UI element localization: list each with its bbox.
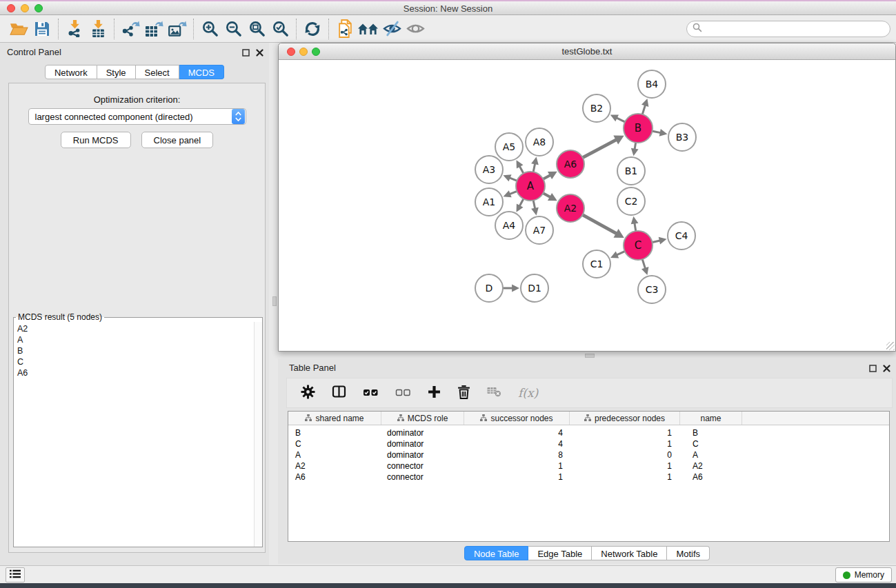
- table-cell: 0: [570, 449, 680, 460]
- graph-node-C3[interactable]: [638, 276, 666, 303]
- table-cell: 8: [464, 449, 570, 460]
- result-item[interactable]: C: [14, 356, 253, 367]
- close-panel-icon[interactable]: [883, 363, 890, 375]
- horizontal-splitter-handle[interactable]: [585, 354, 595, 358]
- task-history-button[interactable]: [6, 567, 25, 582]
- table-cell: C: [288, 438, 381, 449]
- zoom-selected-icon[interactable]: [268, 18, 292, 40]
- result-item[interactable]: A2: [14, 323, 253, 334]
- graph-node-D1[interactable]: [521, 274, 548, 302]
- graph-node-B3[interactable]: [668, 123, 696, 151]
- graph-node-A7[interactable]: [526, 216, 553, 244]
- graph-node-C1[interactable]: [583, 250, 610, 278]
- control-panel-tabs: NetworkStyleSelectMCDS: [0, 65, 269, 79]
- vertical-splitter-handle[interactable]: [272, 296, 277, 306]
- eye-icon[interactable]: [404, 18, 427, 40]
- column-header-mcds-role[interactable]: MCDS role: [381, 412, 464, 425]
- column-header-successor-nodes[interactable]: successor nodes: [464, 412, 570, 425]
- graph-node-A5[interactable]: [495, 133, 523, 161]
- save-session-icon[interactable]: [30, 18, 54, 40]
- tab-style[interactable]: Style: [97, 65, 136, 79]
- table-row[interactable]: Bdominator41B: [288, 427, 889, 438]
- zoom-in-icon[interactable]: [198, 18, 221, 40]
- graph-node-C4[interactable]: [668, 222, 695, 250]
- export-table-icon[interactable]: [142, 18, 166, 40]
- tab-node-table[interactable]: Node Table: [464, 546, 529, 560]
- table-row[interactable]: Adominator80A: [288, 449, 889, 460]
- tab-mcds[interactable]: MCDS: [179, 65, 224, 79]
- float-panel-icon[interactable]: [869, 363, 877, 375]
- export-network-icon[interactable]: [119, 18, 142, 40]
- graph-node-A1[interactable]: [475, 188, 503, 216]
- result-item[interactable]: A6: [14, 367, 253, 378]
- table-settings-gear-icon[interactable]: [301, 385, 315, 402]
- graph-node-C2[interactable]: [617, 187, 645, 215]
- graph-node-A6[interactable]: [557, 150, 584, 178]
- home-views-icon[interactable]: [357, 18, 380, 40]
- column-header-shared-name[interactable]: shared name: [288, 412, 381, 425]
- export-image-icon[interactable]: [166, 18, 189, 40]
- graph-node-B[interactable]: [624, 114, 653, 143]
- graph-edge-A-A7: [533, 200, 535, 209]
- graph-node-B1[interactable]: [617, 157, 645, 185]
- criterion-select[interactable]: largest connected component (directed): [28, 108, 246, 125]
- close-panel-icon[interactable]: [256, 47, 263, 59]
- eye-slash-icon[interactable]: [380, 18, 404, 40]
- graph-arrowhead: [631, 216, 639, 225]
- table-row[interactable]: Cdominator41C: [288, 438, 889, 449]
- graph-node-D[interactable]: [475, 274, 503, 302]
- graph-arrowhead: [631, 148, 639, 156]
- table-toolbar: f(x): [286, 378, 893, 408]
- clone-network-icon[interactable]: [333, 18, 357, 40]
- graph-node-B2[interactable]: [583, 94, 610, 122]
- tab-edge-table[interactable]: Edge Table: [528, 546, 592, 560]
- memory-button[interactable]: Memory: [835, 567, 892, 582]
- column-type-icon: [397, 414, 404, 423]
- show-columns-icon[interactable]: [332, 385, 346, 401]
- run-mcds-button[interactable]: Run MCDS: [61, 132, 131, 148]
- memory-label: Memory: [855, 570, 884, 580]
- graph-node-A[interactable]: [516, 172, 545, 201]
- search-field[interactable]: [686, 21, 890, 37]
- float-panel-icon[interactable]: [242, 47, 250, 59]
- network-canvas[interactable]: B4B2BB3A8A5A6A3B1AA1C2A2A4A7C4CC1C3DD1: [279, 61, 895, 351]
- table-row[interactable]: A6connector11A6: [288, 472, 889, 483]
- tab-motifs[interactable]: Motifs: [667, 546, 710, 560]
- tab-select[interactable]: Select: [136, 65, 179, 79]
- deselect-all-columns-icon[interactable]: [395, 387, 411, 399]
- open-session-icon[interactable]: [7, 18, 30, 40]
- function-builder-icon: f(x): [518, 386, 538, 400]
- network-view-window: testGlobe.txt B4B2BB3A8A5A6A3B1AA1C2A2A4…: [278, 43, 896, 352]
- graph-node-A2[interactable]: [557, 194, 584, 222]
- graph-node-A4[interactable]: [495, 212, 523, 239]
- result-scrollbar[interactable]: [254, 322, 262, 547]
- graph-node-A8[interactable]: [526, 128, 553, 156]
- refresh-layout-icon[interactable]: [301, 18, 324, 40]
- tab-network[interactable]: Network: [45, 65, 97, 79]
- graph-node-A3[interactable]: [475, 156, 503, 183]
- table-cell: B: [288, 427, 381, 438]
- search-input[interactable]: [706, 24, 884, 34]
- delete-column-icon[interactable]: [457, 385, 470, 402]
- mcds-result-title: MCDS result (5 nodes): [16, 312, 104, 322]
- result-item[interactable]: A: [14, 334, 253, 345]
- mcds-result-box: MCDS result (5 nodes) A2ABCA6: [13, 312, 263, 547]
- import-table-icon[interactable]: [86, 18, 110, 40]
- result-item[interactable]: B: [14, 345, 253, 356]
- mcds-result-list: A2ABCA6: [14, 323, 253, 546]
- select-all-columns-icon[interactable]: [363, 387, 379, 399]
- tab-network-table[interactable]: Network Table: [592, 546, 667, 560]
- import-network-icon[interactable]: [63, 18, 86, 40]
- network-window-titlebar[interactable]: testGlobe.txt: [279, 43, 895, 60]
- column-header-name[interactable]: name: [680, 412, 742, 425]
- close-panel-button[interactable]: Close panel: [141, 132, 214, 148]
- window-resize-grip[interactable]: [886, 342, 895, 350]
- zoom-out-icon[interactable]: [221, 18, 245, 40]
- zoom-fit-icon[interactable]: [245, 18, 268, 40]
- table-row[interactable]: A2connector11A2: [288, 460, 889, 472]
- column-header-predecessor-nodes[interactable]: predecessor nodes: [570, 412, 680, 425]
- toolbar-separator: [114, 19, 115, 39]
- add-column-icon[interactable]: [428, 385, 441, 401]
- graph-node-B4[interactable]: [638, 70, 666, 98]
- graph-node-C[interactable]: [624, 231, 653, 260]
